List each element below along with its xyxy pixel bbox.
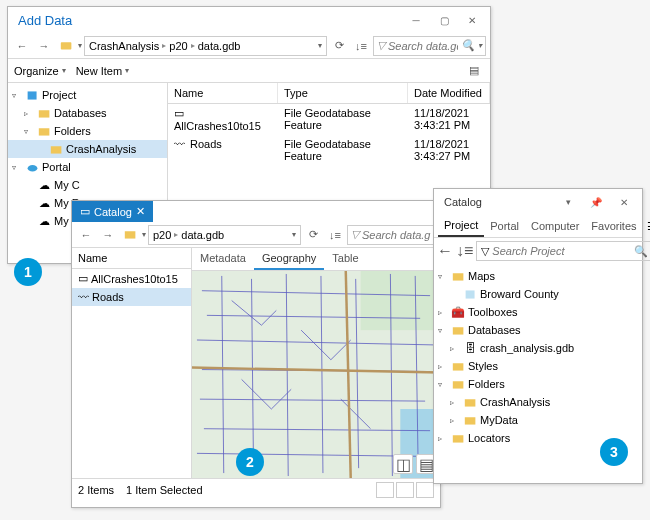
- tree-styles[interactable]: ▹Styles: [434, 357, 642, 375]
- svg-rect-3: [38, 128, 49, 135]
- tab-computer[interactable]: Computer: [525, 216, 585, 236]
- crumb[interactable]: CrashAnalysis: [89, 40, 159, 52]
- sort-button[interactable]: ↓≡: [351, 36, 371, 56]
- tab-table[interactable]: Table: [324, 248, 366, 270]
- close-button[interactable]: ✕: [458, 9, 486, 31]
- pane-tabs: Project Portal Computer Favorites ☰: [434, 215, 642, 238]
- list-item[interactable]: 〰Roads: [72, 288, 191, 306]
- tree-crashanalysis[interactable]: CrashAnalysis: [8, 140, 167, 158]
- refresh-button[interactable]: ⟳: [329, 36, 349, 56]
- catalog-tab[interactable]: ▭ Catalog ✕: [72, 201, 153, 222]
- search-box[interactable]: ▽: [347, 225, 436, 245]
- tree-databases[interactable]: ▿Databases: [434, 321, 642, 339]
- tree-project[interactable]: ▿Project: [8, 86, 167, 104]
- crumb[interactable]: p20: [153, 229, 171, 241]
- refresh-button[interactable]: ⟳: [303, 225, 323, 245]
- crumb[interactable]: data.gdb: [198, 40, 241, 52]
- forward-button[interactable]: →: [98, 225, 118, 245]
- tab-geography[interactable]: Geography: [254, 248, 324, 270]
- back-button[interactable]: ←: [12, 36, 32, 56]
- back-button[interactable]: ←: [76, 225, 96, 245]
- folder-icon: [463, 413, 477, 427]
- tree-broward[interactable]: Broward County: [434, 285, 642, 303]
- tree-portal[interactable]: ▿Portal: [8, 158, 167, 176]
- feature-class-icon: ▭: [174, 107, 188, 120]
- view-tile-button[interactable]: [396, 482, 414, 498]
- svg-rect-1: [27, 91, 36, 99]
- tree-folders[interactable]: ▿Folders: [8, 122, 167, 140]
- tree-databases[interactable]: ▹Databases: [8, 104, 167, 122]
- project-tree: ▿Maps Broward County ▹🧰Toolboxes ▿Databa…: [434, 264, 642, 450]
- selection-count: 1 Item Selected: [126, 484, 202, 496]
- back-button[interactable]: ←: [437, 241, 453, 261]
- up-button[interactable]: [56, 36, 76, 56]
- tab-portal[interactable]: Portal: [484, 216, 525, 236]
- list-item[interactable]: ▭AllCrashes10to15: [72, 269, 191, 288]
- folder-dropdown-icon[interactable]: ▾: [78, 41, 82, 50]
- sort-button[interactable]: ↓≡: [325, 225, 345, 245]
- filter-icon: ▽: [377, 39, 385, 52]
- organize-menu[interactable]: Organize▾: [14, 65, 66, 77]
- tree-mydata[interactable]: ▹MyData: [434, 411, 642, 429]
- list-row[interactable]: 〰Roads File Geodatabase Feature 11/18/20…: [168, 135, 490, 165]
- folder-icon: [49, 142, 63, 156]
- folder-icon: [463, 395, 477, 409]
- up-button[interactable]: [120, 225, 140, 245]
- view-list-button[interactable]: [376, 482, 394, 498]
- list-row[interactable]: ▭AllCrashes10to15 File Geodatabase Featu…: [168, 104, 490, 135]
- close-tab-icon[interactable]: ✕: [136, 205, 145, 218]
- search-input[interactable]: [492, 245, 631, 257]
- svg-rect-15: [464, 399, 475, 406]
- close-button[interactable]: ✕: [610, 191, 638, 213]
- tree-my-content[interactable]: ☁My C: [8, 176, 167, 194]
- database-icon: [37, 106, 51, 120]
- tree-toolboxes[interactable]: ▹🧰Toolboxes: [434, 303, 642, 321]
- new-item-menu[interactable]: New Item▾: [76, 65, 129, 77]
- status-bar: 2 Items 1 Item Selected: [72, 478, 440, 500]
- search-input[interactable]: [362, 229, 432, 241]
- tab-project[interactable]: Project: [438, 215, 484, 237]
- crumb[interactable]: p20: [169, 40, 187, 52]
- callout-2: 2: [236, 448, 264, 476]
- breadcrumb[interactable]: CrashAnalysis▸ p20▸ data.gdb ▾: [84, 36, 327, 56]
- col-name[interactable]: Name: [168, 83, 278, 103]
- map-preview[interactable]: ◫ ▤: [192, 271, 440, 478]
- pin-button[interactable]: 📌: [582, 191, 610, 213]
- forward-button[interactable]: →: [34, 36, 54, 56]
- svg-point-5: [27, 165, 37, 172]
- tree-crash-gdb[interactable]: ▹🗄crash_analysis.gdb: [434, 339, 642, 357]
- folder-icon: [451, 269, 465, 283]
- tree-maps[interactable]: ▿Maps: [434, 267, 642, 285]
- search-box[interactable]: ▽ 🔍 ▾: [373, 36, 486, 56]
- map-widget-button[interactable]: ◫: [393, 454, 413, 474]
- minimize-button[interactable]: ─: [402, 9, 430, 31]
- filter-icon: ▽: [481, 245, 489, 258]
- crumb[interactable]: data.gdb: [181, 229, 224, 241]
- cloud-icon: [25, 160, 39, 174]
- nav-toolbar: ← → ▾ CrashAnalysis▸ p20▸ data.gdb ▾ ⟳ ↓…: [8, 33, 490, 59]
- options-button[interactable]: ▾: [554, 191, 582, 213]
- svg-rect-2: [38, 110, 49, 117]
- sort-button[interactable]: ↓≡: [456, 241, 473, 261]
- maximize-button[interactable]: ▢: [430, 9, 458, 31]
- search-input[interactable]: [388, 40, 458, 52]
- pane-title: Catalog: [438, 196, 554, 208]
- tab-favorites[interactable]: Favorites: [585, 216, 642, 236]
- tab-header: ▭ Catalog ✕: [72, 201, 440, 222]
- tab-metadata[interactable]: Metadata: [192, 248, 254, 270]
- menu-button[interactable]: ☰: [643, 218, 650, 235]
- nav-toolbar: ← → ▾ p20▸ data.gdb ▾ ⟳ ↓≡ ▽: [72, 222, 440, 248]
- col-date[interactable]: Date Modified: [408, 83, 490, 103]
- view-detail-button[interactable]: [416, 482, 434, 498]
- tree-crashanalysis[interactable]: ▹CrashAnalysis: [434, 393, 642, 411]
- col-type[interactable]: Type: [278, 83, 408, 103]
- svg-rect-13: [452, 363, 463, 370]
- folder-icon: [451, 359, 465, 373]
- view-mode-button[interactable]: ▤: [464, 61, 484, 81]
- breadcrumb[interactable]: p20▸ data.gdb ▾: [148, 225, 301, 245]
- tree-folders[interactable]: ▿Folders: [434, 375, 642, 393]
- col-name[interactable]: Name: [72, 248, 191, 269]
- svg-rect-9: [361, 271, 440, 330]
- preview-panel: Metadata Geography Table: [192, 248, 440, 478]
- search-box[interactable]: ▽ 🔍▾: [476, 241, 650, 261]
